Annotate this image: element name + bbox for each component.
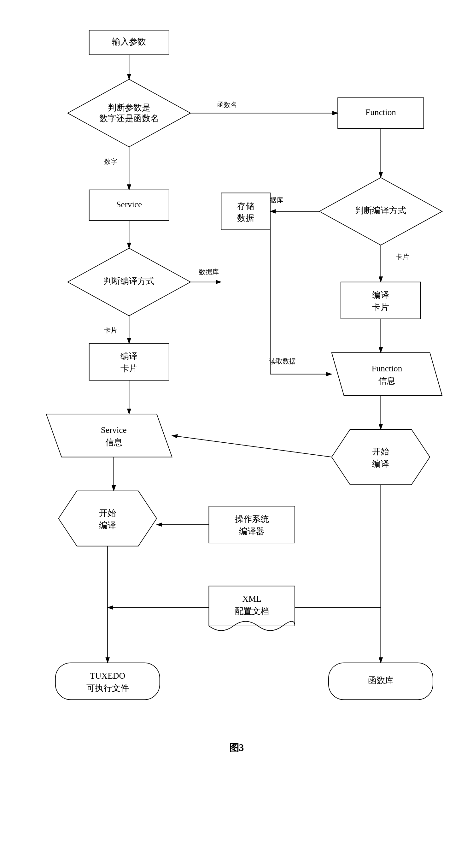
start-compile-left-hexagon — [58, 491, 157, 546]
flowchart-container: 输入参数 判断参数是 数字还是函数名 函数名 Function 数字 Servi… — [6, 6, 467, 868]
judge-compile-right-label: 判断编译方式 — [355, 206, 406, 215]
function-label: Function — [366, 107, 396, 117]
judge-params-label1: 判断参数是 — [108, 103, 150, 112]
figure-caption: 图3 — [229, 742, 244, 753]
store-data-box — [221, 193, 270, 230]
compile-card-right-box — [341, 282, 421, 319]
start-compile-right-hexagon — [332, 429, 430, 485]
xml-config-box — [209, 586, 295, 626]
xml-label1: XML — [242, 594, 261, 603]
os-compiler-box — [209, 506, 295, 543]
input-params-label: 输入参数 — [112, 37, 146, 46]
os-compiler-label1: 操作系统 — [235, 514, 269, 524]
judge-params-label2: 数字还是函数名 — [99, 114, 159, 123]
database-left-label: 数据库 — [199, 268, 219, 276]
judge-compile-left-label: 判断编译方式 — [103, 276, 155, 286]
card-right-label: 卡片 — [396, 253, 409, 260]
compile-card-left-box — [89, 343, 169, 380]
service-info-label2: 信息 — [105, 438, 122, 447]
function-info-parallelogram — [332, 353, 442, 396]
judge-params-diamond — [68, 79, 191, 147]
start-compile-left-label1: 开始 — [99, 508, 116, 518]
function-info-label2: 信息 — [378, 376, 396, 385]
compile-card-left-label2: 卡片 — [121, 364, 137, 373]
func-lib-label: 函数库 — [368, 676, 394, 685]
xml-label2: 配置文档 — [235, 607, 269, 616]
start-compile-left-label2: 编译 — [99, 521, 116, 530]
card-left-label: 卡片 — [104, 327, 117, 334]
store-data-label2: 数据 — [237, 213, 254, 223]
start-compile-right-label1: 开始 — [372, 447, 389, 456]
function-info-label1: Function — [371, 364, 402, 373]
service-info-parallelogram — [46, 414, 172, 457]
os-compiler-label2: 编译器 — [239, 527, 265, 536]
arrow-start-right-to-service-info — [172, 435, 332, 457]
read-data-label: 读取数据 — [269, 358, 296, 365]
tuxedo-label1: TUXEDO — [90, 671, 125, 681]
tuxedo-box — [56, 663, 160, 700]
func-name-label: 函数名 — [217, 101, 237, 108]
service-info-label1: Service — [101, 425, 127, 435]
store-data-label1: 存储 — [237, 201, 254, 211]
compile-card-right-label2: 卡片 — [372, 303, 389, 312]
compile-card-left-label1: 编译 — [121, 351, 137, 361]
compile-card-right-label1: 编译 — [372, 290, 389, 300]
tuxedo-label2: 可执行文件 — [87, 683, 129, 693]
number-label: 数字 — [104, 158, 117, 165]
service-label: Service — [116, 200, 142, 209]
start-compile-right-label2: 编译 — [372, 459, 389, 469]
